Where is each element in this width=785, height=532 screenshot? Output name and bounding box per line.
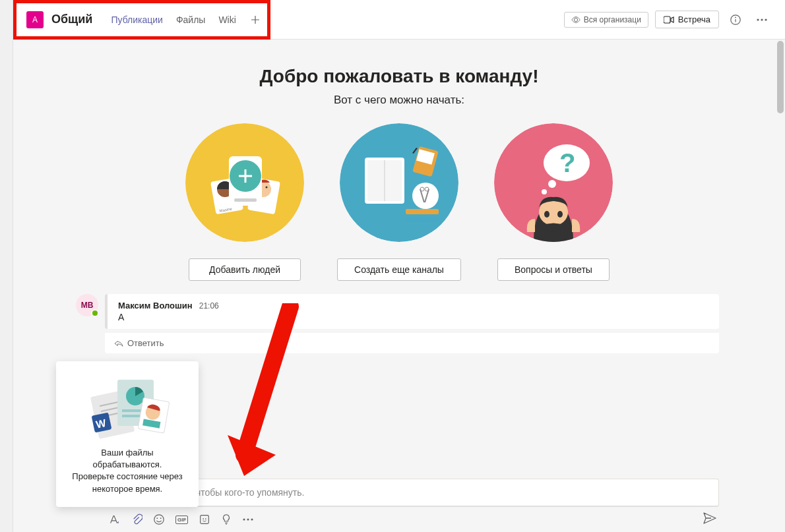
svg-point-34 — [544, 211, 550, 218]
message-time: 21:06 — [199, 301, 219, 310]
gif-button[interactable]: GIF — [175, 516, 188, 524]
svg-point-25 — [412, 183, 439, 209]
svg-point-55 — [243, 519, 245, 521]
left-sidebar-stub — [0, 0, 13, 532]
plus-icon — [251, 15, 260, 24]
emoji-icon — [153, 514, 165, 525]
paperclip-icon — [131, 514, 142, 525]
emoji-button[interactable] — [153, 514, 165, 525]
svg-point-51 — [160, 517, 162, 519]
tabs: Публикации Файлы Wiki — [104, 0, 265, 39]
info-button[interactable] — [726, 10, 745, 30]
create-channels-illustration — [340, 123, 458, 242]
svg-rect-23 — [406, 209, 439, 214]
svg-rect-52 — [201, 516, 209, 524]
faq-illustration: ? — [494, 123, 613, 242]
reply-label: Ответить — [127, 338, 164, 348]
format-button[interactable] — [108, 514, 120, 525]
info-icon — [730, 14, 741, 26]
tab-files[interactable]: Файлы — [170, 0, 212, 40]
message-thread: МВ Максим Волошин 21:06 A Ответить — [76, 294, 719, 353]
svg-text:?: ? — [559, 148, 575, 177]
add-people-illustration: Maxine — [185, 123, 304, 242]
praise-button[interactable] — [221, 514, 232, 525]
lightbulb-icon — [221, 514, 232, 525]
svg-point-49 — [154, 515, 164, 524]
svg-rect-24 — [406, 217, 439, 222]
tab-posts[interactable]: Публикации — [104, 0, 169, 40]
org-visibility-button[interactable]: Вся организаци — [564, 12, 648, 28]
org-visibility-label: Вся организаци — [584, 15, 641, 24]
svg-point-5 — [765, 18, 767, 20]
svg-point-3 — [757, 18, 759, 20]
format-icon — [108, 514, 120, 525]
svg-point-57 — [251, 519, 253, 521]
sticker-button[interactable] — [199, 514, 210, 525]
svg-point-35 — [557, 211, 563, 218]
svg-rect-0 — [664, 16, 670, 23]
svg-point-53 — [203, 518, 204, 519]
faq-button[interactable]: Вопросы и ответы — [497, 258, 610, 281]
welcome-title: Добро пожаловать в команду! — [13, 66, 785, 87]
add-people-button[interactable]: Добавить людей — [189, 258, 301, 281]
svg-point-2 — [735, 16, 736, 18]
channel-name: Общий — [51, 13, 92, 26]
more-options-button[interactable] — [752, 10, 772, 30]
avatar-initials: МВ — [81, 301, 94, 310]
compose-toolbar: GIF — [106, 507, 719, 527]
create-channels-button[interactable]: Создать еще каналы — [337, 258, 461, 281]
tab-wiki[interactable]: Wiki — [212, 0, 242, 40]
message-author: Максим Волошин — [118, 301, 193, 310]
more-icon — [242, 518, 254, 521]
files-illustration-icon: W — [81, 373, 173, 439]
welcome-subtitle: Вот с чего можно начать: — [13, 94, 785, 107]
svg-point-56 — [247, 519, 249, 521]
eye-icon — [571, 15, 581, 24]
add-tab-button[interactable] — [245, 10, 265, 30]
welcome-card-faq: ? Вопросы и ответы — [494, 123, 613, 281]
reply-icon — [114, 340, 123, 347]
gif-icon: GIF — [175, 516, 188, 524]
message-text: A — [118, 312, 708, 322]
sticker-icon — [199, 514, 210, 525]
svg-point-50 — [156, 517, 158, 519]
svg-point-30 — [548, 180, 556, 188]
scrollbar-thumb[interactable] — [777, 41, 784, 113]
svg-point-4 — [761, 18, 763, 20]
channel-header: A Общий Публикации Файлы Wiki Вся органи… — [13, 0, 785, 40]
more-compose-button[interactable] — [242, 518, 254, 521]
message-row: МВ Максим Волошин 21:06 A — [76, 294, 719, 329]
svg-point-54 — [205, 518, 206, 519]
welcome-card-add-people: Maxine Добавить людей — [185, 123, 304, 281]
presence-available-icon — [91, 309, 99, 317]
popup-text: Ваши файлы обрабатываются. Проверьте сос… — [68, 447, 187, 495]
team-avatar[interactable]: A — [26, 11, 44, 28]
message-avatar[interactable]: МВ — [76, 294, 98, 316]
meet-button-label: Встреча — [678, 15, 710, 24]
svg-point-12 — [266, 187, 268, 189]
more-icon — [756, 18, 768, 21]
svg-rect-15 — [234, 198, 257, 202]
send-icon — [703, 512, 716, 524]
welcome-card-create-channels: Создать еще каналы — [337, 123, 461, 281]
svg-point-31 — [542, 189, 547, 194]
welcome-section: Добро пожаловать в команду! Вот с чего м… — [13, 40, 785, 281]
send-button[interactable] — [703, 512, 716, 527]
welcome-cards-row: Maxine Добавить людей — [13, 123, 785, 281]
attach-button[interactable] — [131, 514, 142, 525]
files-processing-popup: W Ваши файлы обрабатываются. Проверьте с… — [56, 361, 199, 507]
message-body[interactable]: Максим Волошин 21:06 A — [105, 294, 719, 329]
reply-button[interactable]: Ответить — [105, 333, 719, 353]
meet-button[interactable]: Встреча — [655, 11, 719, 28]
video-icon — [664, 16, 674, 24]
